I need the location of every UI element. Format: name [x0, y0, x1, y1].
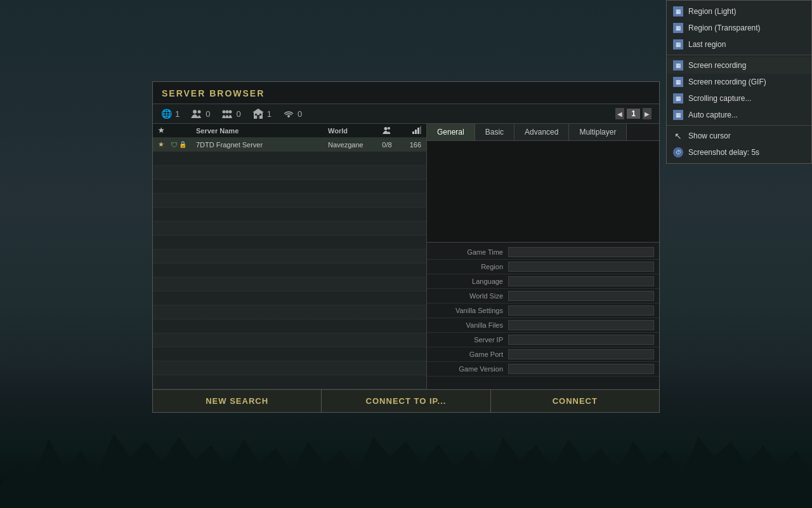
connect-to-ip-button[interactable]: CONNECT TO IP...: [322, 390, 490, 412]
menu-item-last-region[interactable]: ▦ Last region: [667, 36, 811, 53]
tab-multiplayer[interactable]: Multiplayer: [569, 124, 627, 140]
label-server-ip: Server IP: [432, 336, 508, 344]
detail-row-game-version: Game Version: [427, 362, 659, 377]
dropdown-menu: ▦ Region (Light) ▦ Region (Transparent) …: [666, 0, 812, 164]
menu-label-last-region: Last region: [688, 40, 726, 49]
detail-row-game-port: Game Port: [427, 347, 659, 362]
value-game-port: [508, 349, 654, 359]
label-vanilla-files: Vanilla Files: [432, 321, 508, 329]
server-list-header: ★ Server Name World: [153, 124, 426, 138]
menu-item-region-transparent[interactable]: ▦ Region (Transparent): [667, 20, 811, 36]
menu-item-screen-recording-gif[interactable]: ▦ Screen recording (GIF): [667, 74, 811, 90]
label-language: Language: [432, 277, 508, 285]
shield-icon: 🛡: [171, 141, 178, 149]
table-row: [153, 194, 426, 208]
filter-connections-value: 0: [298, 109, 302, 119]
detail-tabs: General Basic Advanced Multiplayer: [427, 124, 659, 141]
detail-row-game-time: Game Time: [427, 245, 659, 260]
svg-rect-8: [259, 114, 261, 116]
detail-row-vanilla-files: Vanilla Files: [427, 318, 659, 333]
screen-recording-icon: ▦: [673, 60, 683, 70]
server-browser-panel: SERVER BROWSER 🌐 1 0: [152, 81, 660, 413]
value-language: [508, 276, 654, 286]
menu-item-scrolling-capture[interactable]: ▦ Scrolling capture...: [667, 90, 811, 107]
svg-rect-15: [417, 128, 419, 134]
header-world: World: [328, 127, 376, 135]
server-ping: 166: [398, 141, 421, 149]
menu-item-region-light[interactable]: ▦ Region (Light): [667, 3, 811, 20]
value-game-version: [508, 364, 654, 374]
players-filter-icon: [191, 108, 202, 119]
next-page-button[interactable]: ▶: [643, 108, 652, 119]
label-vanilla-settings: Vanilla Settings: [432, 307, 508, 314]
table-row[interactable]: ★ 🛡 🔒 7DTD Fragnet Server Navezgane 0/8 …: [153, 138, 426, 152]
svg-rect-16: [420, 126, 421, 134]
menu-label-show-cursor: Show cursor: [688, 131, 731, 140]
value-game-time: [508, 247, 654, 257]
show-cursor-icon: ↖: [673, 131, 683, 141]
connect-button[interactable]: CONNECT: [491, 390, 659, 412]
table-row: [153, 236, 426, 250]
menu-item-screenshot-delay[interactable]: ⏱ Screenshot delay: 5s: [667, 144, 811, 161]
filter-buildings-value: 1: [267, 109, 272, 119]
connections-icon: [283, 108, 294, 119]
menu-label-screen-recording-gif: Screen recording (GIF): [688, 77, 766, 86]
detail-row-world-size: World Size: [427, 289, 659, 304]
table-row: [153, 291, 426, 305]
svg-point-10: [287, 115, 290, 117]
auto-capture-icon: ▦: [673, 110, 683, 120]
table-row: [153, 152, 426, 166]
filter-globe: 🌐 1: [160, 108, 180, 119]
buildings-icon: [252, 108, 264, 119]
menu-item-auto-capture[interactable]: ▦ Auto capture...: [667, 107, 811, 123]
menu-item-show-cursor[interactable]: ↖ Show cursor: [667, 128, 811, 144]
menu-label-region-transparent: Region (Transparent): [688, 23, 761, 32]
new-search-button[interactable]: NEW SEARCH: [153, 390, 322, 412]
table-row: [153, 375, 426, 389]
filter-groups-value: 0: [236, 109, 240, 119]
table-row: [153, 361, 426, 375]
footer-buttons: NEW SEARCH CONNECT TO IP... CONNECT: [153, 389, 659, 412]
server-list: ★ Server Name World: [153, 124, 427, 389]
server-preview: [427, 141, 659, 243]
server-icons: 🛡 🔒: [171, 141, 196, 149]
filter-players-value: 0: [206, 109, 210, 119]
svg-rect-13: [412, 131, 414, 134]
menu-label-screen-recording: Screen recording: [688, 61, 746, 70]
svg-marker-6: [252, 109, 264, 112]
menu-divider-1: [667, 55, 811, 55]
table-row: [153, 250, 426, 264]
menu-item-screen-recording[interactable]: ▦ Screen recording: [667, 57, 811, 74]
value-vanilla-files: [508, 320, 654, 330]
label-game-time: Game Time: [432, 248, 508, 256]
table-row: [153, 333, 426, 347]
svg-point-3: [226, 110, 229, 114]
last-region-icon: ▦: [673, 39, 683, 50]
server-browser-title: SERVER BROWSER: [153, 82, 659, 104]
tab-advanced[interactable]: Advanced: [514, 124, 569, 140]
svg-point-4: [229, 110, 232, 114]
filter-buildings: 1: [252, 108, 272, 119]
table-row: [153, 208, 426, 222]
tab-basic[interactable]: Basic: [475, 124, 514, 140]
server-browser-content: ★ Server Name World: [153, 124, 659, 389]
table-row: [153, 166, 426, 180]
lock-icon: 🔒: [179, 141, 187, 148]
header-players: [376, 126, 398, 135]
prev-page-button[interactable]: ◀: [615, 108, 624, 119]
menu-label-auto-capture: Auto capture...: [688, 110, 738, 119]
label-region: Region: [432, 263, 508, 271]
screen-recording-gif-icon: ▦: [673, 77, 683, 87]
header-ping: [398, 126, 421, 135]
tab-general[interactable]: General: [427, 124, 475, 140]
table-row: [153, 347, 426, 361]
region-transparent-icon: ▦: [673, 23, 683, 33]
table-row: [153, 264, 426, 277]
menu-divider-2: [667, 125, 811, 126]
svg-rect-7: [255, 114, 257, 116]
svg-point-11: [384, 127, 388, 130]
region-light-icon: ▦: [673, 6, 683, 17]
label-game-version: Game Version: [432, 365, 508, 373]
menu-label-screenshot-delay: Screenshot delay: 5s: [688, 148, 759, 157]
header-star: ★: [158, 126, 171, 135]
